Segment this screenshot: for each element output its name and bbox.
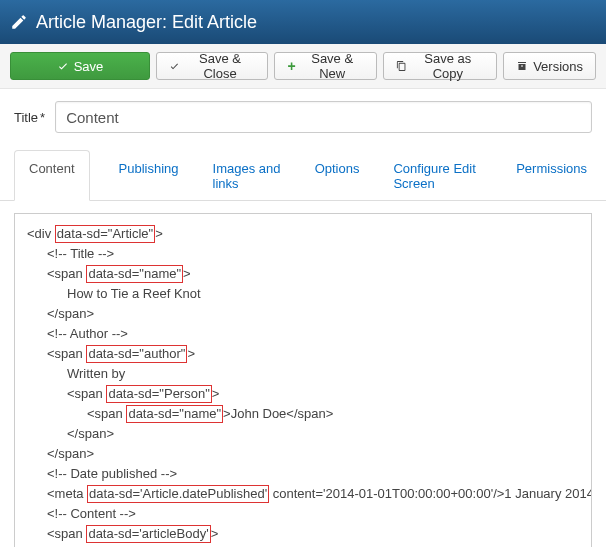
code-line: <span data-sd="Person"> xyxy=(27,384,579,404)
page-header: Article Manager: Edit Article xyxy=(0,0,606,44)
versions-label: Versions xyxy=(533,59,583,74)
check-icon xyxy=(169,60,180,72)
title-label-text: Title xyxy=(14,110,38,125)
code-line: </span> xyxy=(27,444,579,464)
tabs: Content Publishing Images and links Opti… xyxy=(0,149,606,201)
code-line: <div data-sd="Article"> xyxy=(27,224,579,244)
save-new-label: Save & New xyxy=(301,51,364,81)
highlight-box: data-sd="name" xyxy=(126,405,223,423)
code-line: <span data-sd="name">John Doe</span> xyxy=(27,404,579,424)
tab-content[interactable]: Content xyxy=(14,150,90,201)
plus-icon: + xyxy=(287,59,295,73)
code-line: <!-- Title --> xyxy=(27,244,579,264)
title-row: Title* xyxy=(0,89,606,139)
code-line: <span data-sd="name"> xyxy=(27,264,579,284)
highlight-box: data-sd='articleBody' xyxy=(86,525,210,543)
versions-button[interactable]: Versions xyxy=(503,52,596,80)
tab-permissions[interactable]: Permissions xyxy=(511,150,592,201)
page-title: Article Manager: Edit Article xyxy=(36,12,257,33)
code-line: <!-- Date published --> xyxy=(27,464,579,484)
highlight-box: data-sd='Article.datePublished' xyxy=(87,485,269,503)
required-mark: * xyxy=(40,110,45,125)
code-editor[interactable]: <div data-sd="Article"> <!-- Title --> <… xyxy=(14,213,592,547)
title-input[interactable] xyxy=(55,101,592,133)
title-label: Title* xyxy=(14,110,45,125)
tab-images-links[interactable]: Images and links xyxy=(208,150,286,201)
code-line: How to Tie a Reef Knot xyxy=(27,284,579,304)
tab-publishing[interactable]: Publishing xyxy=(114,150,184,201)
copy-icon xyxy=(396,60,407,72)
code-line: <!-- Author --> xyxy=(27,324,579,344)
highlight-box: data-sd="author" xyxy=(86,345,187,363)
save-button[interactable]: Save xyxy=(10,52,150,80)
code-line: Written by xyxy=(27,364,579,384)
save-copy-button[interactable]: Save as Copy xyxy=(383,52,497,80)
code-line: <span data-sd="author"> xyxy=(27,344,579,364)
save-copy-label: Save as Copy xyxy=(412,51,485,81)
editor-area: <div data-sd="Article"> <!-- Title --> <… xyxy=(0,201,606,547)
tab-options[interactable]: Options xyxy=(310,150,365,201)
save-new-button[interactable]: + Save & New xyxy=(274,52,376,80)
tab-configure-edit[interactable]: Configure Edit Screen xyxy=(388,150,487,201)
code-line: <meta data-sd='Article.datePublished' co… xyxy=(27,484,579,504)
save-label: Save xyxy=(74,59,104,74)
highlight-box: data-sd="Article" xyxy=(55,225,155,243)
check-icon xyxy=(57,60,69,72)
archive-icon xyxy=(516,60,528,72)
pencil-icon xyxy=(10,13,28,31)
save-close-button[interactable]: Save & Close xyxy=(156,52,268,80)
code-line: <span data-sd='articleBody'> xyxy=(27,524,579,544)
save-close-label: Save & Close xyxy=(185,51,256,81)
code-line: <!-- Content --> xyxy=(27,504,579,524)
highlight-box: data-sd="name" xyxy=(86,265,183,283)
code-line: </span> xyxy=(27,304,579,324)
toolbar: Save Save & Close + Save & New Save as C… xyxy=(0,44,606,89)
code-line: </span> xyxy=(27,424,579,444)
highlight-box: data-sd="Person" xyxy=(106,385,211,403)
